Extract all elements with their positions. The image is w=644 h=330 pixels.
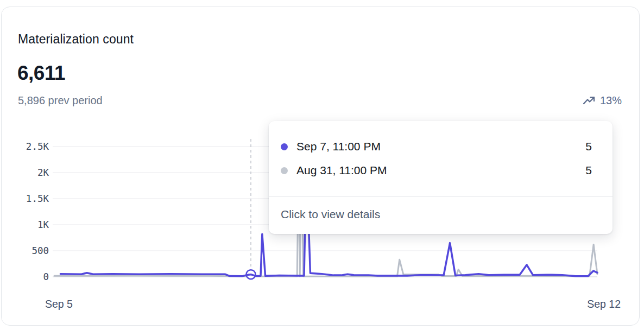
tooltip-row-value: 5 [585, 140, 592, 153]
metric-total-value: 6,611 [17, 62, 65, 85]
tooltip-row-value: 5 [585, 164, 592, 177]
trend-indicator: 13% [583, 94, 622, 107]
tooltip-row-label: Aug 31, 11:00 PM [296, 164, 387, 177]
tooltip-rows: Sep 7, 11:00 PM 5 Aug 31, 11:00 PM 5 [269, 121, 613, 182]
x-axis-label-end: Sep 12 [566, 298, 621, 310]
trend-percent: 13% [600, 94, 622, 107]
chart-tooltip[interactable]: Sep 7, 11:00 PM 5 Aug 31, 11:00 PM 5 Cli… [269, 121, 613, 234]
metric-prev-period: 5,896 prev period [18, 94, 103, 107]
tooltip-row-current: Sep 7, 11:00 PM 5 [281, 135, 592, 158]
trending-up-icon [583, 96, 596, 105]
tooltip-row-label: Sep 7, 11:00 PM [296, 140, 381, 153]
x-axis-label-start: Sep 5 [45, 298, 73, 310]
previous-series-dot-icon [281, 167, 288, 174]
tooltip-footer[interactable]: Click to view details [269, 197, 613, 221]
current-series-dot-icon [281, 143, 288, 150]
tooltip-row-previous: Aug 31, 11:00 PM 5 [281, 158, 592, 182]
screenshot-stage: Materialization count 6,611 5,896 prev p… [0, 0, 644, 330]
card-title: Materialization count [18, 32, 134, 47]
